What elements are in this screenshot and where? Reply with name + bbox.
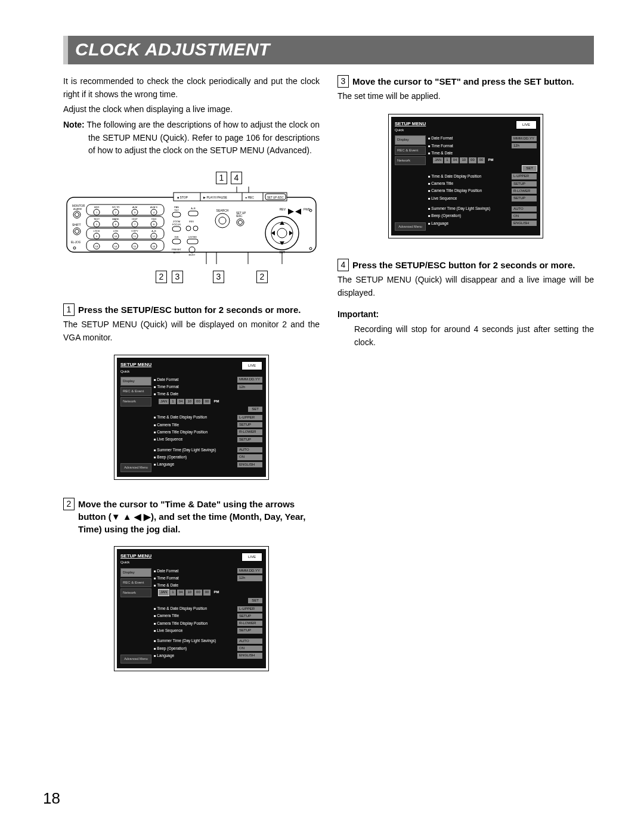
svg-text:OSD: OSD — [151, 218, 157, 221]
callout-4-top: 4 — [231, 172, 242, 184]
svg-text:MARK: MARK — [112, 218, 119, 221]
svg-text:REV: REV — [280, 207, 286, 211]
section-title-bar: CLOCK ADJUSTMENT — [63, 36, 594, 64]
lbl-rec: ● REC — [245, 196, 254, 199]
svg-text:14: 14 — [114, 245, 117, 248]
right-column: 3 Move the cursor to "SET" and press the… — [338, 75, 594, 674]
step-4-body: The SETUP MENU (Quick) will disappear an… — [338, 274, 594, 299]
svg-text:12: 12 — [153, 235, 156, 238]
callout-3a: 3 — [172, 271, 183, 283]
callout-2b: 2 — [256, 271, 268, 283]
svg-text:SEARCH: SEARCH — [216, 209, 229, 212]
svg-text:ALM: ALM — [132, 206, 137, 209]
step-2-num: 2 — [63, 498, 75, 510]
svg-text:BUSY: BUSY — [189, 253, 196, 256]
setup-menu-figure-3: LIVE SETUP MENU Quick Display REC & Even… — [388, 114, 543, 239]
step-1-head: Press the SETUP/ESC button for 2 seconds… — [78, 303, 320, 316]
svg-text:16: 16 — [153, 245, 156, 248]
svg-text:HDD: HDD — [94, 206, 100, 209]
svg-text:EL-JOG: EL-JOG — [71, 241, 81, 244]
device-panel-svg: ■ STOP ▶ PLAY/II PAUSE ● REC SET UP /ESC… — [66, 187, 317, 264]
svg-text:SHIFT: SHIFT — [72, 223, 80, 227]
note-label: Note: — [63, 120, 85, 129]
svg-text:LOCK: LOCK — [94, 230, 100, 232]
lbl-stop: ■ STOP — [177, 196, 188, 199]
svg-text:GIS: GIS — [175, 235, 179, 238]
setup-menu-figure-2: LIVE SETUP MENU Quick Display REC & Even… — [114, 546, 269, 671]
lbl-setup: SET UP /ESC — [267, 196, 284, 199]
callout-2a: 2 — [156, 271, 167, 283]
step-1-body: The SETUP MENU (Quick) will be displayed… — [63, 318, 320, 344]
setup-menu-figure-1: LIVE SETUP MENU Quick Display REC & Even… — [114, 355, 269, 480]
svg-text:11: 11 — [134, 235, 137, 238]
step-3: 3 Move the cursor to "SET" and press the… — [338, 75, 594, 103]
svg-text:DISP: DISP — [132, 218, 138, 221]
svg-text:10: 10 — [114, 235, 117, 238]
svg-text:COPY: COPY — [131, 230, 138, 232]
step-2: 2 Move the cursor to "Time & Date" using… — [63, 498, 320, 535]
step-4: 4 Press the SETUP/ESC button for 2 secon… — [338, 259, 594, 299]
intro-paragraph-1: It is recommended to check the clock per… — [63, 75, 320, 101]
svg-text:LISTED: LISTED — [188, 235, 197, 238]
step-3-head: Move the cursor to "SET" and press the S… — [352, 75, 594, 88]
svg-text:15: 15 — [134, 245, 137, 248]
step-1-num: 1 — [63, 303, 75, 316]
step-4-head: Press the SETUP/ESC button for 2 seconds… — [352, 259, 594, 271]
svg-text:TILT: TILT — [174, 209, 179, 212]
lbl-play: ▶ PLAY/II PAUSE — [203, 196, 228, 199]
svg-text:ALM S: ALM S — [150, 206, 157, 209]
callout-1-top: 1 — [216, 172, 227, 184]
svg-text:AUTO: AUTO — [173, 251, 179, 254]
svg-text:ALARM: ALARM — [73, 207, 82, 210]
svg-text:A–B: A–B — [151, 230, 156, 232]
section-title: CLOCK ADJUSTMENT — [68, 36, 594, 64]
left-column: It is recommended to check the clock per… — [63, 75, 320, 674]
svg-text:LOG: LOG — [113, 230, 118, 232]
svg-text:A–B: A–B — [191, 207, 196, 210]
step-3-num: 3 — [338, 75, 349, 88]
callout-3b: 3 — [213, 271, 224, 283]
svg-text:/ESC: /ESC — [236, 215, 243, 218]
note-body: The following are the descriptions of ho… — [87, 120, 320, 155]
svg-text:TEXT: TEXT — [94, 218, 100, 221]
step-4-num: 4 — [338, 259, 349, 271]
svg-text:FOCUS: FOCUS — [172, 223, 181, 226]
important-label: Important: — [338, 308, 594, 321]
important-body: Recording will stop for around 4 seconds… — [338, 323, 594, 349]
svg-text:IRIS: IRIS — [189, 220, 194, 223]
page-number: 18 — [43, 789, 60, 808]
step-2-head: Move the cursor to "Time & Date" using t… — [78, 498, 320, 535]
note-paragraph: Note: The following are the descriptions… — [63, 119, 320, 157]
intro-paragraph-2: Adjust the clock when displaying a live … — [63, 103, 320, 116]
step-1: 1 Press the SETUP/ESC button for 2 secon… — [63, 303, 320, 344]
title-accent — [63, 36, 68, 64]
svg-text:GO TO: GO TO — [112, 206, 120, 209]
svg-text:13: 13 — [95, 245, 98, 248]
step-3-body: The set time will be applied. — [338, 90, 594, 103]
device-panel-figure: 1 4 ■ STOP ▶ PLAY/II PAUSE ● REC SET UP … — [66, 172, 317, 283]
